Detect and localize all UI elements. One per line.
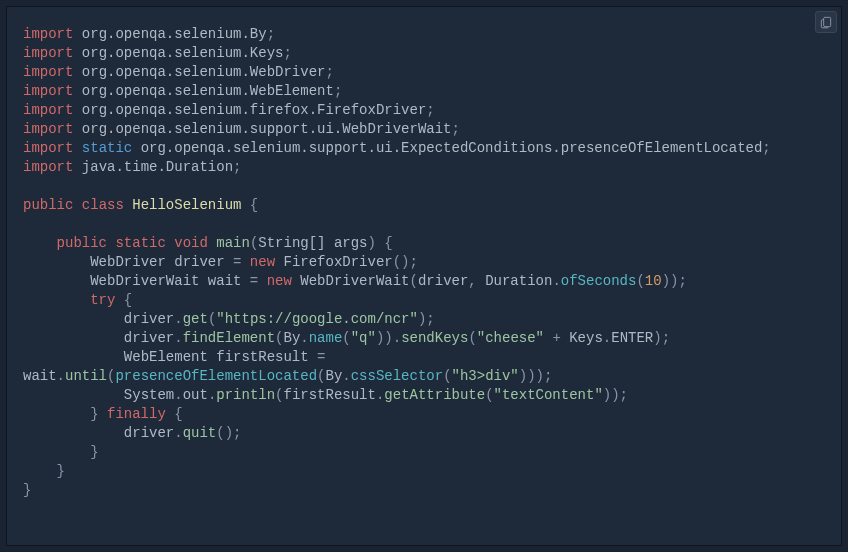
code-token: By [325,368,342,384]
code-token: import [23,26,73,42]
code-token: (); [393,254,418,270]
code-token: System [124,387,174,403]
code-token: java.time.Duration [82,159,233,175]
code-token: "https://google.com/ncr" [216,311,418,327]
code-token: . [300,330,308,346]
code-token: WebElement firstResult [124,349,309,365]
code-token: ))); [519,368,553,384]
code-token: out [183,387,208,403]
code-token: WebDriverWait [300,273,409,289]
code-token: ; [233,159,241,175]
code-token: ); [653,330,670,346]
code-token: static [115,235,165,251]
code-token: ENTER [611,330,653,346]
code-token [73,121,81,137]
code-token: public [23,197,73,213]
code-token: { [241,197,258,213]
code-token: org.openqa.selenium.WebElement [82,83,334,99]
code-token: + [544,330,569,346]
code-token [73,26,81,42]
code-token [73,102,81,118]
code-token: ; [283,45,291,61]
code-token: ; [267,26,275,42]
code-token: org.openqa.selenium.WebDriver [82,64,326,80]
code-token: ( [410,273,418,289]
code-token: new [267,273,292,289]
code-token [124,197,132,213]
code-token: } [23,463,65,479]
code-token: WebDriverWait wait [90,273,241,289]
code-token: import [23,121,73,137]
clipboard-icon [819,15,833,29]
code-token: = [225,254,250,270]
code-token: main [216,235,250,251]
code-token: ( [636,273,644,289]
code-token: try [90,292,115,308]
code-token [23,425,124,441]
code-token: . [174,330,182,346]
code-token: Keys [569,330,603,346]
code-token: findElement [183,330,275,346]
code-token: ( [342,330,350,346]
code-token: { [115,292,132,308]
code-token: . [57,368,65,384]
code-token: ; [325,64,333,80]
code-token [23,292,90,308]
code-token: { [166,406,183,422]
code-content: import org.openqa.selenium.By; import or… [23,25,825,500]
code-token: . [174,311,182,327]
code-token: , [468,273,485,289]
code-token: "textContent" [494,387,603,403]
code-token: org.openqa.selenium.Keys [82,45,284,61]
code-token: import [23,140,73,156]
code-token: ( [275,387,283,403]
code-token: import [23,64,73,80]
svg-rect-0 [824,17,831,26]
code-token [73,140,81,156]
code-token: . [174,425,182,441]
code-token: org.openqa.selenium.firefox.FirefoxDrive… [82,102,426,118]
copy-button[interactable] [815,11,837,33]
code-token: getAttribute [384,387,485,403]
code-token: WebDriver driver [90,254,224,270]
code-token: = [309,349,326,365]
code-token: static [82,140,132,156]
code-token: HelloSelenium [132,197,241,213]
code-token: driver [124,311,174,327]
code-token: . [174,387,182,403]
code-token: )); [662,273,687,289]
code-token: import [23,159,73,175]
code-token: until [65,368,107,384]
code-token [23,330,124,346]
code-token: void [174,235,208,251]
code-token [23,254,90,270]
code-token [23,273,90,289]
code-token: cssSelector [351,368,443,384]
code-token: firstResult [284,387,376,403]
code-token [73,45,81,61]
code-token [73,197,81,213]
code-token [166,235,174,251]
code-token: sendKeys [401,330,468,346]
code-token: driver [124,425,174,441]
code-token: ) { [368,235,393,251]
code-token: )). [376,330,401,346]
code-token [23,349,124,365]
code-token: public [57,235,107,251]
code-token [73,64,81,80]
code-token: new [250,254,275,270]
code-token: driver [418,273,468,289]
code-token: ); [418,311,435,327]
code-token: ( [485,387,493,403]
code-token: } [23,406,107,422]
code-token: wait [23,368,57,384]
code-token: ofSeconds [561,273,637,289]
code-token: quit [183,425,217,441]
code-token: presenceOfElementLocated [115,368,317,384]
code-token: Duration [485,273,552,289]
code-token: get [183,311,208,327]
code-token [73,159,81,175]
code-token: org.openqa.selenium.By [82,26,267,42]
code-token: (); [216,425,241,441]
code-token: println [216,387,275,403]
